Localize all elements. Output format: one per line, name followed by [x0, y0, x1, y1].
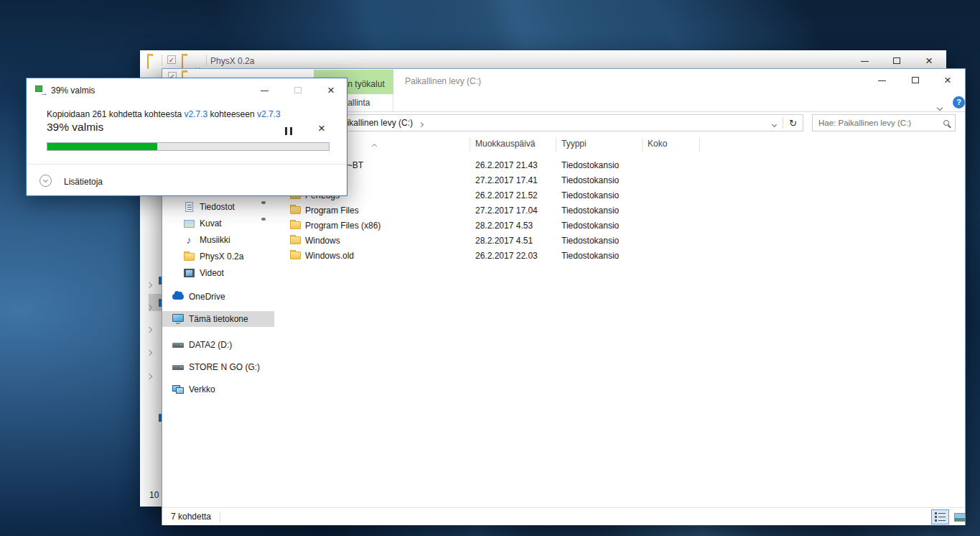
video-icon — [184, 269, 195, 277]
item-count: 7 kohdetta — [171, 512, 211, 522]
sidebar-item-videot[interactable]: Videot — [162, 265, 274, 281]
help-icon[interactable]: ? — [953, 96, 965, 108]
picture-icon — [184, 220, 195, 228]
sidebar-item-data2[interactable]: DATA2 (D:) — [162, 337, 274, 353]
background-window-title: PhysX 0.2a — [210, 56, 254, 66]
table-row[interactable]: Windows 28.2.2017 4.51 Tiedostokansio — [281, 233, 956, 248]
close-button[interactable]: × — [925, 55, 933, 67]
column-header-size[interactable]: Koko — [648, 139, 667, 149]
cancel-copy-button[interactable]: × — [318, 122, 325, 134]
minimize-button[interactable] — [261, 91, 269, 91]
sidebar-item-tama-tietokone[interactable]: Tämä tietokone — [162, 311, 274, 327]
expand-chevron-icon[interactable] — [147, 369, 151, 382]
sidebar-item-physx[interactable]: PhysX 0.2a — [162, 249, 274, 264]
folder-icon — [290, 236, 301, 244]
table-row[interactable]: Windows.old 26.2.2017 22.03 Tiedostokans… — [281, 248, 956, 263]
status-bar: 7 kohdetta — [162, 507, 965, 525]
search-input[interactable]: Hae: Paikallinen levy (C:) — [812, 114, 956, 131]
column-separator[interactable] — [470, 137, 470, 152]
column-header-modified[interactable]: Muokkauspäivä — [475, 139, 535, 149]
maximize-button[interactable] — [893, 57, 900, 64]
more-info-label[interactable]: Lisätietoja — [64, 177, 103, 187]
address-bar[interactable]: Paikallinen levy (C:) ↻ — [315, 114, 803, 131]
window-title: Paikallinen levy (C:) — [405, 76, 481, 86]
expand-chevron-icon[interactable] — [147, 322, 151, 335]
sidebar-item-onedrive[interactable]: OneDrive — [162, 289, 274, 305]
address-path[interactable]: Paikallinen levy (C:) — [337, 118, 413, 128]
ribbon-collapse-icon[interactable] — [938, 100, 942, 113]
refresh-icon[interactable]: ↻ — [783, 118, 803, 129]
drive-icon — [172, 343, 184, 348]
sidebar-item-kuvat[interactable]: Kuvat — [162, 216, 274, 231]
expand-chevron-icon[interactable] — [147, 345, 151, 358]
sort-ascending-icon — [373, 138, 376, 151]
expand-chevron-icon[interactable] — [147, 277, 151, 290]
details-view-button[interactable] — [931, 509, 949, 525]
search-placeholder: Hae: Paikallinen levy (C:) — [818, 119, 911, 127]
thumbnail-view-icon — [954, 513, 966, 522]
sidebar-item-verkko[interactable]: Verkko — [162, 382, 274, 397]
progress-bar — [47, 142, 330, 151]
qat-separator — [162, 55, 162, 66]
target-folder-link[interactable]: v2.7.3 — [257, 109, 281, 119]
close-button[interactable]: × — [944, 74, 951, 86]
table-row[interactable]: PerfLogs 26.2.2017 21.52 Tiedostokansio — [281, 188, 956, 203]
thumbnail-view-button[interactable] — [951, 509, 969, 525]
source-folder-link[interactable]: v2.7.3 — [184, 109, 207, 119]
column-header-type[interactable]: Tyyppi — [561, 139, 587, 149]
copy-progress-dialog: 39% valmis × Kopioidaan 261 kohdetta koh… — [26, 78, 347, 196]
dialog-footer: Lisätietoja — [27, 164, 347, 197]
progress-fill — [47, 143, 157, 150]
close-button[interactable]: × — [327, 84, 335, 96]
expand-details-button[interactable] — [39, 175, 52, 187]
new-folder-icon[interactable] — [182, 56, 183, 69]
maximize-button[interactable] — [912, 77, 919, 83]
desktop: ✓ PhysX 0.2a × 10 ✓ Aseman työkalut Paik… — [0, 0, 980, 536]
status-separator — [220, 512, 220, 522]
table-row[interactable]: 27.2.2017 17.41 Tiedostokansio — [281, 172, 956, 188]
folder-icon — [290, 206, 301, 214]
table-row[interactable]: Program Files (x86) 28.2.2017 4.53 Tiedo… — [281, 218, 956, 233]
document-icon — [185, 202, 193, 212]
background-status-text: 10 — [149, 490, 159, 500]
breadcrumb-chevron-icon[interactable] — [419, 116, 423, 129]
cloud-icon — [172, 294, 184, 300]
folder-icon — [290, 251, 301, 259]
computer-icon — [172, 314, 184, 322]
column-separator[interactable] — [556, 137, 556, 152]
copy-message: Kopioidaan 261 kohdetta kohteesta v2.7.3… — [47, 109, 281, 119]
network-icon — [172, 385, 184, 394]
music-icon: ♪ — [187, 235, 192, 245]
copy-icon — [35, 86, 48, 95]
properties-check-icon[interactable]: ✓ — [167, 55, 176, 64]
address-dropdown-icon[interactable] — [766, 116, 783, 129]
maximize-button — [294, 87, 302, 93]
column-separator[interactable] — [699, 137, 700, 152]
sidebar-item-store-n-go[interactable]: STORE N GO (G:) — [162, 359, 274, 375]
pause-button[interactable] — [285, 127, 292, 135]
details-view-icon — [935, 512, 946, 522]
percent-complete-label: 39% valmis — [47, 121, 103, 134]
folder-icon — [290, 221, 301, 229]
table-row[interactable]: Program Files 27.2.2017 17.04 Tiedostoka… — [281, 203, 956, 218]
expand-chevron-icon[interactable] — [147, 300, 151, 313]
table-row[interactable]: $Windows.~BT 26.2.2017 21.43 Tiedostokan… — [281, 157, 956, 172]
drive-icon — [172, 365, 184, 370]
sidebar-item-musiikki[interactable]: ♪ Musiikki — [162, 232, 274, 248]
qat-separator — [206, 55, 207, 66]
minimize-button[interactable] — [861, 61, 869, 62]
search-icon[interactable] — [943, 120, 949, 126]
minimize-button[interactable] — [878, 80, 886, 81]
dialog-title: 39% valmis — [51, 86, 95, 96]
column-separator[interactable] — [642, 137, 643, 152]
folder-icon[interactable] — [147, 56, 149, 69]
sidebar-item-tiedostot[interactable]: Tiedostot — [162, 199, 274, 215]
folder-icon — [184, 253, 195, 261]
